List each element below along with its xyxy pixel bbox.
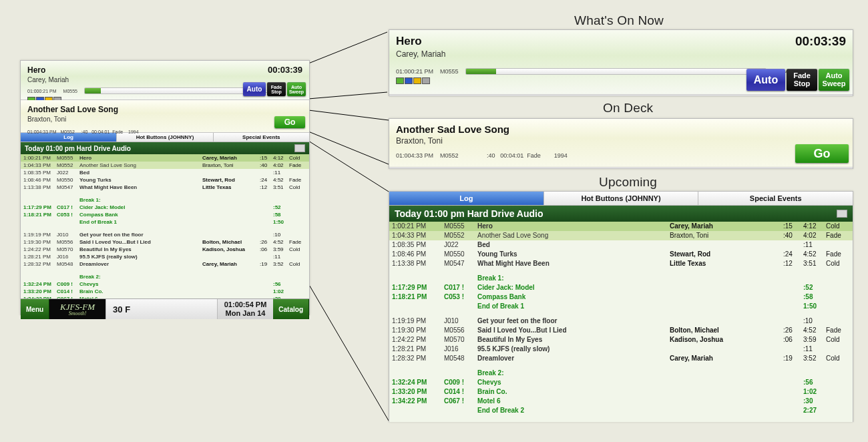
log-row[interactable]: 1:19:30 PMM0556Said I Loved You...But I … [389,326,853,335]
log-row[interactable]: 1:24:22 PMM0570Beautiful In My EyesKadis… [389,335,853,345]
log-header: Today 01:00 pm Hard Drive Audio [21,142,309,154]
go-button[interactable]: Go [795,144,849,163]
catalog-button[interactable]: Catalog [273,299,309,319]
now-code: M0555 [440,68,459,75]
progress-bar[interactable] [84,87,244,94]
deck-title: Another Sad Love Song [21,100,309,114]
auto-button[interactable]: Auto [243,82,266,96]
deck-title: Another Sad Love Song [389,119,853,135]
log-row[interactable]: 1:33:20 PMC014 !Brain Co.1:02 [389,387,853,397]
now-elapsed: 00:03:39 [795,34,846,49]
now-title: Hero [21,61,309,75]
label-upcoming: Upcoming [599,175,657,190]
log-row[interactable]: 1:34:22 PMC067 !Motel 6:30 [389,397,853,406]
log-row[interactable]: 1:24:22 PMM0570Beautiful In My EyesKadis… [21,246,309,253]
go-button[interactable]: Go [274,116,305,128]
log-row[interactable]: 1:08:46 PMM0550Young TurksStewart, Rod:2… [389,250,853,259]
log-row[interactable]: 1:19:19 PMJ010Get your feet on the floor… [21,231,309,238]
log-row[interactable]: 1:13:38 PMM0547What Might Have BeenLittl… [389,259,853,268]
tab-log[interactable]: Log [389,192,544,205]
log-row[interactable]: 1:17:29 PMC017 !Cider Jack: Model:52 [389,283,853,292]
clock: 01:00:54 PMMon Jan 14 [218,300,274,317]
fade-stop-button[interactable]: FadeStop [787,69,817,91]
log-row[interactable]: 1:00:21 PMM0555HeroCarey, Mariah:154:12C… [389,222,853,231]
now-artist: Carey, Mariah [389,48,853,63]
tabs: Log Hot Buttons (JOHNNY) Special Events [389,192,853,206]
svg-line-3 [308,132,389,164]
log-row[interactable]: 1:32:24 PMC009 !Chevys:56 [21,280,309,288]
station-logo: KJFS-FMSmooth! [49,299,105,319]
log-body[interactable]: 1:00:21 PMM0555HeroCarey, Mariah:154:12C… [389,222,853,422]
log-row[interactable]: 1:04:33 PMM0552Another Sad Love SongBrax… [389,231,853,240]
log-row[interactable]: Break 2: [389,369,853,378]
log-row[interactable]: Break 1: [389,274,853,283]
log-row[interactable]: 1:28:21 PMJ01695.5 KJFS (really slow):11 [389,345,853,354]
temperature-slot: 30 F [105,299,218,319]
scroll-up-icon[interactable] [837,210,847,218]
tab-hot-buttons[interactable]: Hot Buttons (JOHNNY) [544,192,699,205]
log-row[interactable]: 1:19:30 PMM0556Said I Loved You...But I … [21,238,309,246]
tab-special-events[interactable]: Special Events [698,192,853,205]
now-code: M0555 [63,89,77,93]
deck-artist: Braxton, Toni [21,114,309,130]
deck-remain: 00:04:01 [500,152,523,159]
log-row[interactable]: 1:34:22 PMC067 !Motel 6:30 [21,295,309,298]
log-row[interactable]: 1:13:38 PMM0547What Might Have BeenLittl… [21,184,309,191]
label-on-deck: On Deck [603,101,653,116]
log-row[interactable]: End of Break 11:50 [21,218,309,226]
log-body-thumb[interactable]: 1:00:21 PMM0555HeroCarey, Mariah:154:12C… [21,154,309,298]
fade-stop-button[interactable]: FadeStop [267,82,286,96]
on-deck-panel: Another Sad Love Song Braxton, Toni 01:0… [21,100,309,133]
log-row[interactable]: End of Break 22:27 [389,406,853,415]
deck-start: 01:004:33 PM [396,152,433,159]
deck-ending: Fade [527,152,541,159]
progress-bar[interactable] [465,68,767,75]
log-row[interactable]: 1:00:21 PMM0555HeroCarey, Mariah:154:12C… [21,154,309,162]
log-row[interactable]: 1:28:21 PMJ01695.5 KJFS (really slow):11 [21,253,309,260]
now-playing-callout: Hero Carey, Mariah 00:03:39 01:000:21 PM… [389,29,853,96]
auto-sweep-button[interactable]: AutoSweep [287,82,306,96]
log-row[interactable]: 1:18:21 PMC053 !Compass Bank:58 [21,211,309,218]
svg-line-0 [308,32,387,63]
now-start: 01:000:21 PM [27,89,57,93]
log-row[interactable]: 1:17:29 PMC017 !Cider Jack: Model:52 [21,204,309,211]
log-row[interactable]: 1:19:19 PMJ010Get your feet on the floor… [389,316,853,326]
app-thumbnail: Hero Carey, Mariah 00:03:39 01:000:21 PM… [20,60,310,315]
now-elapsed: 00:03:39 [268,65,302,75]
svg-line-1 [308,92,387,99]
log-row[interactable]: 1:08:35 PMJ022Bed:11 [389,240,853,250]
deck-intro: :40 [487,152,495,159]
deck-code: M0552 [440,152,459,159]
log-header: Today 01:00 pm Hard Drive Audio [389,206,853,222]
auto-sweep-button[interactable]: AutoSweep [819,69,849,91]
log-row[interactable]: Break 1: [21,196,309,204]
on-deck-callout: Another Sad Love Song Braxton, Toni 01:0… [389,118,853,169]
deck-year: 1994 [554,152,568,159]
log-row[interactable]: Break 2: [21,273,309,280]
scroll-up-icon[interactable] [294,144,305,152]
log-row[interactable]: End of Break 11:50 [389,302,853,311]
log-row[interactable]: 1:28:32 PMM0548DreamloverCarey, Mariah:1… [21,260,309,268]
now-playing-panel: Hero Carey, Mariah 00:03:39 01:000:21 PM… [21,61,309,100]
deck-artist: Braxton, Toni [389,135,853,152]
svg-line-4 [308,141,389,192]
log-row[interactable]: 1:32:24 PMC009 !Chevys:56 [389,378,853,387]
menu-button[interactable]: Menu [21,299,49,319]
log-row[interactable]: 1:08:46 PMM0550Young TurksStewart, Rod:2… [21,176,309,184]
log-row[interactable]: 1:33:20 PMC014 !Brain Co.1:02 [21,288,309,295]
upcoming-callout: Log Hot Buttons (JOHNNY) Special Events … [389,191,853,422]
footer: Menu KJFS-FMSmooth! 30 F 01:00:54 PMMon … [21,298,309,319]
now-start: 01:000:21 PM [396,68,433,75]
log-row[interactable]: 1:08:35 PMJ022Bed:11 [21,169,309,176]
auto-button[interactable]: Auto [746,69,785,91]
log-row[interactable]: 1:18:21 PMC053 !Compass Bank:58 [389,292,853,302]
now-title: Hero [389,30,853,48]
svg-line-5 [308,284,389,421]
svg-line-2 [308,110,389,120]
label-whats-on-now: What's On Now [574,13,664,28]
log-row[interactable]: 1:04:33 PMM0552Another Sad Love SongBrax… [21,162,309,169]
log-row[interactable]: 1:34:51 PMJ021More Hits:11 [389,421,853,422]
log-row[interactable]: 1:28:32 PMM0548DreamloverCarey, Mariah:1… [389,354,853,363]
